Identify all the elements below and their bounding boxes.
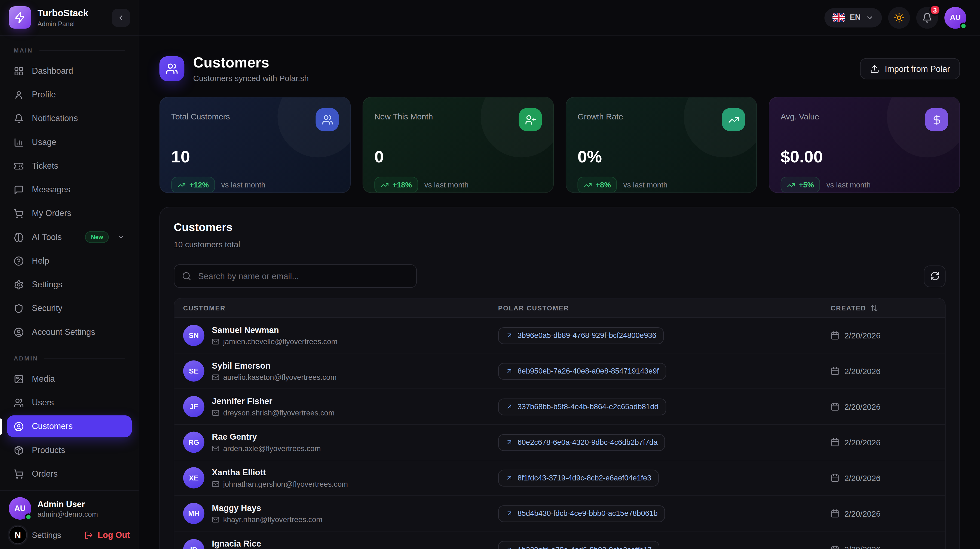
- polar-customer-cell: 337b68bb-b5f8-4e4b-b864-e2c65adb81dd: [498, 398, 830, 415]
- sidebar-item-products[interactable]: Products: [7, 439, 132, 461]
- arrow-up-right-icon: [506, 403, 513, 411]
- panel-title: Customers: [174, 221, 945, 234]
- search-input[interactable]: [174, 264, 417, 288]
- theme-toggle-button[interactable]: [888, 6, 910, 28]
- sidebar-item-messages[interactable]: Messages: [7, 179, 132, 200]
- stat-note: vs last month: [425, 181, 468, 189]
- brain-icon: [14, 232, 24, 242]
- stat-card-new-this-month: New This Month0+18%vs last month: [363, 97, 554, 193]
- sidebar-item-account-settings[interactable]: Account Settings: [7, 321, 132, 343]
- calendar-icon: [830, 438, 839, 446]
- sidebar-item-users[interactable]: Users: [7, 392, 132, 414]
- sidebar-item-orders[interactable]: Orders: [7, 463, 132, 484]
- table-row[interactable]: MHMaggy Hayskhayr.nhan@flyovertrees.com8…: [175, 496, 945, 532]
- sidebar-collapse-button[interactable]: [112, 8, 130, 27]
- sidebar-item-media[interactable]: Media: [7, 368, 132, 390]
- shield-icon: [14, 303, 24, 313]
- user-email: admin@demo.com: [38, 510, 98, 518]
- polar-id-link[interactable]: 337b68bb-b5f8-4e4b-b864-e2c65adb81dd: [498, 398, 666, 415]
- table-row[interactable]: SNSamuel Newmanjamien.chevelle@flyovertr…: [175, 318, 945, 354]
- sidebar-item-dashboard[interactable]: Dashboard: [7, 60, 132, 82]
- sidebar-item-my-orders[interactable]: My Orders: [7, 202, 132, 224]
- customer-avatar: SN: [183, 325, 204, 346]
- avatar: AU: [9, 497, 31, 520]
- customer-cell: RGRae Gentryarden.axle@flyovertrees.com: [183, 432, 498, 453]
- polar-id-link[interactable]: 8eb950eb-7a26-40e8-a0e8-854719143e9f: [498, 363, 667, 379]
- trending-up-icon: [584, 181, 592, 189]
- nextjs-logo[interactable]: N: [9, 526, 27, 544]
- sidebar-item-ai-tools[interactable]: AI ToolsNew: [7, 226, 132, 248]
- sidebar-item-label: Products: [32, 445, 125, 455]
- trend-value: +12%: [189, 181, 209, 189]
- polar-customer-cell: 60e2c678-6e0a-4320-9dbc-4c6db2b7f7da: [498, 434, 830, 451]
- stat-card-avg-value: Avg. Value$0.00+5%vs last month: [769, 97, 960, 193]
- import-from-polar-button[interactable]: Import from Polar: [860, 58, 960, 79]
- polar-customer-cell: 8f1fdc43-3719-4d9c-8cb2-e6aef04e1fe3: [498, 469, 830, 486]
- stat-title: Avg. Value: [781, 112, 819, 121]
- sidebar-user[interactable]: AU Admin User admin@demo.com: [9, 497, 130, 520]
- stat-card-total-customers: Total Customers10+12%vs last month: [159, 97, 351, 193]
- logout-button[interactable]: Log Out: [85, 530, 130, 539]
- sidebar: TurboStack Admin Panel MAINDashboardProf…: [0, 0, 139, 549]
- language-code: EN: [850, 13, 861, 22]
- trend-badge: +5%: [781, 177, 820, 193]
- trend-value: +5%: [799, 181, 814, 189]
- trend-badge: +12%: [171, 177, 215, 193]
- mail-icon: [212, 373, 220, 381]
- message-icon: [14, 184, 24, 195]
- created-date: 2/20/2026: [845, 509, 881, 518]
- polar-customer-cell: 3b96e0a5-db89-4768-929f-bcf24800e936: [498, 327, 830, 344]
- stat-note: vs last month: [826, 181, 870, 189]
- sidebar-item-customers[interactable]: Customers: [7, 416, 132, 437]
- customers-panel: Customers 10 customers total CUSTOMERPOL…: [159, 207, 960, 549]
- created-cell: 2/20/2026: [830, 545, 936, 549]
- polar-id-link[interactable]: 1b339efd-a79a-4ed6-8b92-9cfe3ceffb17: [498, 541, 659, 549]
- import-button-label: Import from Polar: [885, 64, 950, 73]
- sidebar-item-tickets[interactable]: Tickets: [7, 155, 132, 176]
- polar-id-link[interactable]: 85d4b430-fdcb-4ce9-bbb0-ac15e78b061b: [498, 505, 665, 522]
- stat-icon-badge: [315, 108, 339, 131]
- polar-customer-cell: 85d4b430-fdcb-4ce9-bbb0-ac15e78b061b: [498, 505, 830, 522]
- sidebar-item-usage[interactable]: Usage: [7, 131, 132, 153]
- polar-id-link[interactable]: 60e2c678-6e0a-4320-9dbc-4c6db2b7f7da: [498, 434, 665, 451]
- customers-table: CUSTOMERPOLAR CUSTOMERCREATEDSNSamuel Ne…: [174, 298, 945, 549]
- stat-value: 0: [374, 148, 542, 167]
- calendar-icon: [830, 331, 839, 340]
- sidebar-item-label: Account Settings: [32, 327, 125, 336]
- stat-value: 0%: [578, 148, 745, 167]
- sidebar-nav: MAINDashboardProfileNotificationsUsageTi…: [0, 36, 139, 490]
- table-row[interactable]: XEXantha Elliottjohnathan.gershon@flyove…: [175, 460, 945, 496]
- search-box: [174, 264, 417, 288]
- calendar-icon: [830, 545, 839, 549]
- footer-settings-link[interactable]: Settings: [32, 530, 80, 539]
- polar-id: 60e2c678-6e0a-4320-9dbc-4c6db2b7f7da: [517, 438, 658, 446]
- sidebar-item-security[interactable]: Security: [7, 297, 132, 319]
- package-icon: [14, 445, 24, 455]
- notifications-button[interactable]: 3: [916, 6, 938, 28]
- ticket-icon: [14, 161, 24, 171]
- polar-id-link[interactable]: 3b96e0a5-db89-4768-929f-bcf24800e936: [498, 327, 664, 344]
- created-cell: 2/20/2026: [830, 438, 936, 447]
- polar-id-link[interactable]: 8f1fdc43-3719-4d9c-8cb2-e6aef04e1fe3: [498, 469, 659, 486]
- stat-title: Growth Rate: [578, 112, 623, 121]
- trend-value: +18%: [393, 181, 412, 189]
- table-row[interactable]: IRIgnacia Riceelizab.tucker@flyovertrees…: [175, 532, 945, 549]
- language-selector[interactable]: EN: [824, 8, 882, 27]
- column-header-created[interactable]: CREATED: [830, 304, 936, 312]
- topbar: EN 3 AU: [139, 0, 980, 36]
- table-row[interactable]: SESybil Emersonaurelio.kaseton@flyovertr…: [175, 354, 945, 389]
- cart-icon: [14, 469, 24, 479]
- customer-name: Ignacia Rice: [212, 539, 328, 548]
- sidebar-item-profile[interactable]: Profile: [7, 84, 132, 106]
- refresh-button[interactable]: [924, 265, 945, 287]
- sidebar-item-notifications[interactable]: Notifications: [7, 108, 132, 129]
- sidebar-item-settings[interactable]: Settings: [7, 274, 132, 295]
- sidebar-item-help[interactable]: Help: [7, 250, 132, 271]
- customer-avatar: SE: [183, 360, 204, 382]
- table-row[interactable]: RGRae Gentryarden.axle@flyovertrees.com6…: [175, 425, 945, 460]
- topbar-avatar[interactable]: AU: [944, 6, 966, 28]
- table-row[interactable]: JFJennifer Fisherdreyson.shrish@flyovert…: [175, 389, 945, 425]
- sidebar-footer-row: N Settings Log Out: [9, 526, 130, 544]
- stat-title: New This Month: [374, 112, 433, 121]
- created-date: 2/20/2026: [845, 367, 881, 376]
